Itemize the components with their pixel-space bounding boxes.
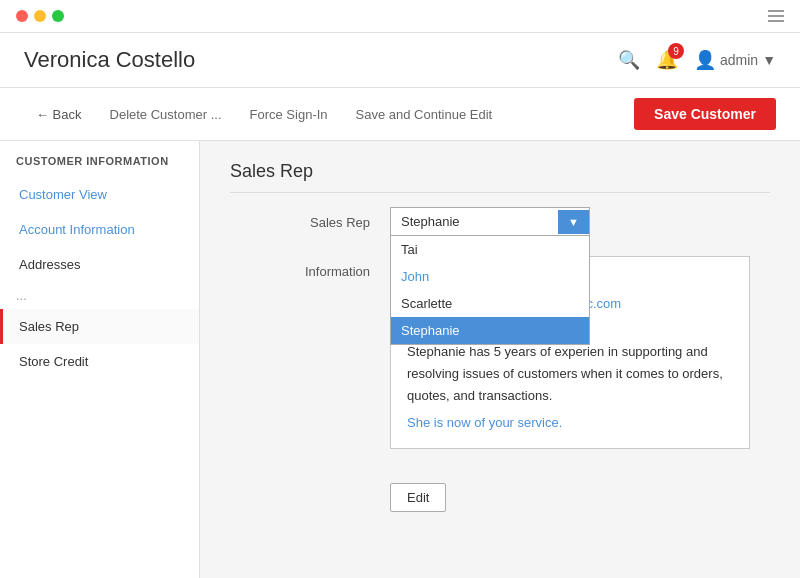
content-area: Sales Rep Sales Rep Stephanie ▼ Tai John (200, 141, 800, 578)
chevron-down-icon: ▼ (762, 52, 776, 68)
sales-rep-row: Sales Rep Stephanie ▼ Tai John Scarlette (230, 207, 770, 236)
edit-button-wrapper: Edit (390, 469, 770, 512)
main-layout: CUSTOMER INFORMATION Customer View Accou… (0, 141, 800, 578)
save-customer-button[interactable]: Save Customer (634, 98, 776, 130)
delete-customer-button[interactable]: Delete Customer ... (98, 101, 234, 128)
force-signin-button[interactable]: Force Sign-In (238, 101, 340, 128)
dropdown-option-scarlette[interactable]: Scarlette (391, 290, 589, 317)
edit-button[interactable]: Edit (390, 483, 446, 512)
sidebar-item-sales-rep[interactable]: Sales Rep (0, 309, 199, 344)
window-controls (16, 10, 64, 22)
sidebar-item-account-information[interactable]: Account Information (0, 212, 199, 247)
sales-rep-dropdown[interactable]: Stephanie ▼ (390, 207, 590, 236)
dropdown-arrow-button[interactable]: ▼ (558, 210, 589, 234)
close-button[interactable] (16, 10, 28, 22)
search-icon[interactable]: 🔍 (618, 49, 640, 71)
menu-icon[interactable] (768, 10, 784, 22)
sales-rep-dropdown-wrapper: Stephanie ▼ Tai John Scarlette Stephanie (390, 207, 590, 236)
header-actions: 🔍 🔔 9 👤 admin ▼ (618, 49, 776, 71)
sales-rep-label: Sales Rep (230, 207, 390, 230)
toolbar: ← Back Delete Customer ... Force Sign-In… (0, 88, 800, 141)
info-bio2: She is now of your service. (407, 412, 733, 434)
minimize-button[interactable] (34, 10, 46, 22)
sidebar-item-customer-view[interactable]: Customer View (0, 177, 199, 212)
admin-label: admin (720, 52, 758, 68)
dropdown-option-tai[interactable]: Tai (391, 236, 589, 263)
sidebar-item-addresses[interactable]: Addresses (0, 247, 199, 282)
information-label: Information (230, 256, 390, 279)
dropdown-list: Tai John Scarlette Stephanie (390, 236, 590, 345)
maximize-button[interactable] (52, 10, 64, 22)
dropdown-option-stephanie[interactable]: Stephanie (391, 317, 589, 344)
sidebar-divider: ... (0, 282, 199, 309)
sidebar-section-title: CUSTOMER INFORMATION (0, 141, 199, 177)
sidebar-item-store-credit[interactable]: Store Credit (0, 344, 199, 379)
back-button[interactable]: ← Back (24, 101, 94, 128)
dropdown-option-john[interactable]: John (391, 263, 589, 290)
notification-bell[interactable]: 🔔 9 (656, 49, 678, 71)
sidebar: CUSTOMER INFORMATION Customer View Accou… (0, 141, 200, 578)
page-title: Veronica Costello (24, 47, 195, 73)
page-header: Veronica Costello 🔍 🔔 9 👤 admin ▼ (0, 33, 800, 88)
info-bio: Stephanie has 5 years of experien in sup… (407, 341, 733, 407)
notification-badge: 9 (668, 43, 684, 59)
admin-user-menu[interactable]: 👤 admin ▼ (694, 49, 776, 71)
dropdown-selected-value: Stephanie (391, 208, 558, 235)
user-icon: 👤 (694, 49, 716, 71)
content-section-title: Sales Rep (230, 161, 770, 193)
save-continue-button[interactable]: Save and Continue Edit (344, 101, 505, 128)
title-bar (0, 0, 800, 33)
